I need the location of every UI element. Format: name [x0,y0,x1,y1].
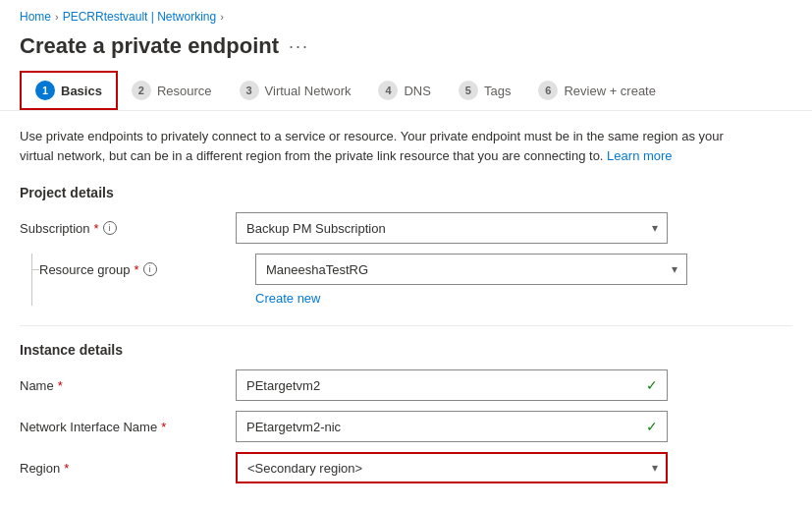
breadcrumb-sep-1: › [55,11,59,23]
tab-vnet-label: Virtual Network [265,84,352,98]
breadcrumb-home[interactable]: Home [20,10,51,24]
tab-review-label: Review + create [564,84,656,98]
description-text: Use private endpoints to privately conne… [20,127,727,165]
nic-name-input-wrapper: ✓ [236,411,668,442]
resource-group-indent: Resource group * i ManeeshaTestRG ▾ Crea… [20,254,792,306]
more-options-button[interactable]: ··· [289,36,309,57]
indent-line [31,254,32,306]
page-title-container: Create a private endpoint ··· [0,29,812,71]
create-new-resource-group-link[interactable]: Create new [255,291,792,306]
subscription-select[interactable]: Backup PM Subscription [236,212,668,244]
tab-dns[interactable]: 4 DNS [364,73,444,108]
subscription-info-icon[interactable]: i [103,221,117,235]
wizard-tabs: 1 Basics 2 Resource 3 Virtual Network 4 … [0,71,812,111]
tab-basics-label: Basics [61,84,102,98]
breadcrumb-vault[interactable]: PECRRtestvault | Networking [63,10,217,24]
nic-name-row: Network Interface Name * ✓ [20,411,792,442]
indent-connector [31,269,39,270]
instance-details-section: Instance details Name * ✓ Network Interf… [20,342,792,483]
name-input[interactable] [236,369,668,401]
tab-tags-label: Tags [484,84,511,98]
name-required: * [58,378,63,393]
subscription-dropdown-wrapper: Backup PM Subscription ▾ [236,212,668,244]
subscription-required: * [94,221,99,236]
tab-review-create[interactable]: 6 Review + create [524,73,670,108]
tab-dns-number: 4 [378,81,398,100]
page-title: Create a private endpoint [20,33,279,59]
nic-name-input[interactable] [236,411,668,442]
resource-group-label: Resource group * i [39,262,255,277]
resource-group-required: * [135,262,139,277]
name-row: Name * ✓ [20,369,792,401]
resource-group-row: Resource group * i ManeeshaTestRG ▾ [39,254,792,285]
tab-review-number: 6 [538,81,558,100]
tab-tags-number: 5 [459,81,478,100]
region-select[interactable]: <Secondary region> [236,452,668,483]
region-row: Region * <Secondary region> ▾ [20,452,792,483]
nic-name-label: Network Interface Name * [20,420,236,434]
region-dropdown-wrapper: <Secondary region> ▾ [236,452,668,483]
project-details-section: Project details Subscription * i Backup … [20,185,792,306]
instance-details-title: Instance details [20,342,792,358]
region-label: Region * [20,461,236,476]
section-divider [20,325,792,326]
resource-group-info-icon[interactable]: i [143,262,157,276]
name-label: Name * [20,378,236,393]
name-input-wrapper: ✓ [236,369,668,401]
tab-dns-label: DNS [404,84,430,98]
resource-group-dropdown-wrapper: ManeeshaTestRG ▾ [255,254,687,285]
region-required: * [64,461,69,476]
tab-virtual-network[interactable]: 3 Virtual Network [226,73,365,108]
breadcrumb-sep-2: › [220,11,224,23]
subscription-label: Subscription * i [20,221,236,236]
tab-resource-number: 2 [132,81,151,100]
tab-basics[interactable]: 1 Basics [20,71,118,110]
nic-name-required: * [161,420,166,434]
tab-resource-label: Resource [157,84,212,98]
project-details-title: Project details [20,185,792,200]
resource-group-select[interactable]: ManeeshaTestRG [255,254,687,285]
learn-more-link[interactable]: Learn more [607,148,672,163]
tab-vnet-number: 3 [240,81,259,100]
main-content: Use private endpoints to privately conne… [0,111,812,510]
breadcrumb: Home › PECRRtestvault | Networking › [0,0,812,29]
tab-basics-number: 1 [35,81,55,100]
tab-resource[interactable]: 2 Resource [118,73,226,108]
tab-tags[interactable]: 5 Tags [445,73,524,108]
subscription-row: Subscription * i Backup PM Subscription … [20,212,792,244]
